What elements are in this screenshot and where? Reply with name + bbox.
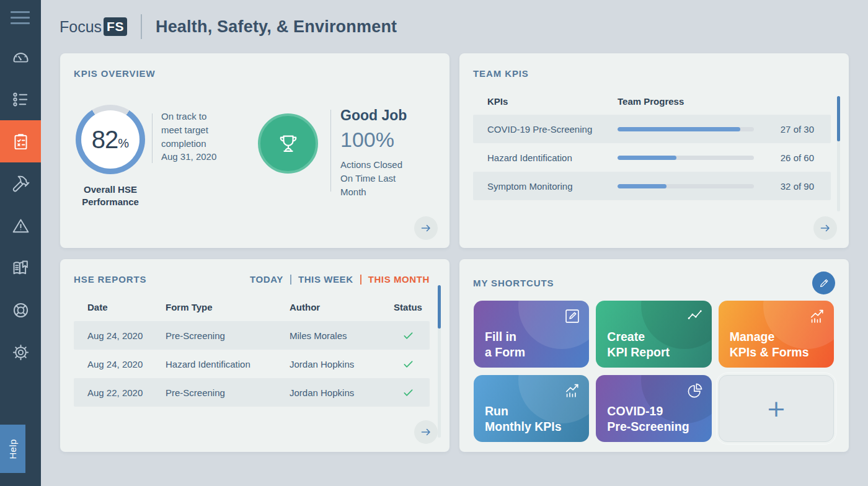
dashboard-grid: KPIS OVERVIEW 82% Overall HSE Performanc… [41,53,868,452]
scrollbar-thumb[interactable] [837,96,840,141]
tab-today[interactable]: TODAY [250,274,283,285]
team-kpi-row[interactable]: COVID-19 Pre-Screening 27 of 30 [473,115,831,143]
hse-reports-card: HSE REPORTS TODAY THIS WEEK THIS MONTH D… [60,259,450,452]
arrow-right-icon [420,222,432,234]
team-kpis-more-button[interactable] [813,216,837,240]
chart-growth-icon [564,382,581,399]
add-shortcut-tile[interactable]: + [719,375,834,442]
sidebar-item-checklist[interactable] [0,78,41,120]
sidebar-item-tools[interactable] [0,162,41,205]
hamburger-menu-icon[interactable] [11,11,30,28]
edit-shortcuts-button[interactable] [812,272,835,294]
tab-this-week[interactable]: THIS WEEK [298,274,353,285]
sidebar-item-hazards[interactable] [0,205,41,247]
progress-value: 27 of 30 [781,124,814,135]
plus-icon: + [766,397,786,420]
team-kpi-row[interactable]: Symptom Monitoring 32 of 90 [473,172,831,200]
report-row[interactable]: Aug 24, 2020 Pre-Screening Miles Morales [74,321,430,350]
hammer-icon [11,174,30,193]
pencil-icon [818,278,830,289]
report-range-tabs: TODAY THIS WEEK THIS MONTH [250,274,430,285]
app-window: Help Focus FS Health, Safety, & Environm… [0,0,868,486]
scrollbar-thumb[interactable] [438,285,441,329]
trophy-icon [275,130,302,157]
help-tab[interactable]: Help [0,425,25,473]
help-tab-label: Help [7,439,18,459]
trend-line-icon [686,307,704,325]
vertical-divider [330,110,331,192]
checklist-icon [11,90,30,109]
award-badge [258,113,318,174]
gear-icon [11,343,30,362]
logo-badge: FS [104,17,127,36]
progress-value: 26 of 60 [781,152,814,163]
hse-reports-more-button[interactable] [414,420,438,444]
focus-fs-logo[interactable]: Focus FS [60,17,127,36]
team-kpis-card: TEAM KPIS KPIs Team Progress COVID-19 Pr… [459,53,849,248]
status-check-icon [402,330,414,342]
donut-percent-unit: % [118,136,129,151]
progress-value: 32 of 90 [781,181,814,192]
my-shortcuts-card: MY SHORTCUTS Fill ina Form CreateKPI Rep… [459,259,849,452]
team-kpi-row[interactable]: Hazard Identification 26 of 60 [473,143,831,172]
sidebar-item-dashboard[interactable] [0,36,41,78]
scrollbar-track[interactable] [438,285,441,438]
column-header-date: Date [87,302,166,312]
shortcut-create-kpi-report[interactable]: CreateKPI Report [596,301,711,368]
clipboard-icon [11,132,30,151]
column-header-kpis: KPIs [487,96,618,107]
hse-reports-title: HSE REPORTS [74,274,146,285]
team-kpis-header-row: KPIs Team Progress [473,86,831,115]
vertical-divider [152,113,153,163]
kpis-overview-more-button[interactable] [414,216,438,240]
tab-divider [360,275,361,285]
shortcut-tiles: Fill ina Form CreateKPI Report ManageKPI… [474,301,834,442]
hse-performance-donut-chart: 82% [76,105,145,174]
kpis-overview-title: KPIS OVERVIEW [60,53,450,79]
status-check-icon [402,387,414,399]
progress-bar [618,184,754,188]
chart-growth-icon [808,307,826,325]
arrow-right-icon [819,222,831,234]
arrow-right-icon [420,426,432,438]
sidebar-item-forms-active[interactable] [0,120,41,162]
page-title: Health, Safety, & Environment [156,17,397,37]
donut-label: Overall HSE Performance [73,183,148,209]
topbar: Focus FS Health, Safety, & Environment [41,0,868,53]
sidebar-item-settings[interactable] [0,331,41,373]
sidebar-nav [0,36,41,373]
logo-text: Focus [60,18,102,36]
shortcut-manage-kpis-forms[interactable]: ManageKPIs & Forms [719,301,834,368]
award-value: 100% [340,128,407,152]
main-content: Focus FS Health, Safety, & Environment K… [41,0,868,486]
tab-this-month[interactable]: THIS MONTH [368,274,430,285]
shortcut-fill-in-a-form[interactable]: Fill ina Form [474,301,589,368]
book-icon [11,258,30,278]
report-row[interactable]: Aug 24, 2020 Hazard Identification Jorda… [74,350,430,378]
scrollbar-track[interactable] [837,96,840,211]
column-header-team-progress: Team Progress [618,96,684,107]
shortcut-run-monthly-kpis[interactable]: RunMonthly KPIs [474,375,589,442]
sidebar: Help [0,0,41,486]
gauge-icon [11,48,30,67]
report-row[interactable]: Aug 22, 2020 Pre-Screening Jordan Hopkin… [74,378,430,407]
column-header-status: Status [386,302,430,312]
sidebar-item-support[interactable] [0,289,41,331]
column-header-form-type: Form Type [166,302,290,312]
column-header-author: Author [290,302,386,312]
hse-table-header-row: Date Form Type Author Status [74,293,430,321]
pie-chart-icon [686,382,704,399]
donut-percent-value: 82 [92,126,118,154]
shortcut-covid19-pre-screening[interactable]: COVID-19Pre-Screening [596,375,711,442]
kpis-overview-card: KPIS OVERVIEW 82% Overall HSE Performanc… [60,53,450,248]
warning-triangle-icon [11,216,30,236]
hse-reports-table: Date Form Type Author Status Aug 24, 202… [74,293,430,407]
progress-bar [618,127,754,131]
header-divider [141,14,142,39]
pencil-square-icon [564,307,581,325]
award-description: Actions Closed On Time Last Month [340,158,407,198]
sidebar-item-library[interactable] [0,247,41,289]
target-note: On track to meet target completion Aug 3… [161,110,226,209]
team-kpis-title: TEAM KPIS [459,53,849,79]
award-heading: Good Job [340,107,407,124]
